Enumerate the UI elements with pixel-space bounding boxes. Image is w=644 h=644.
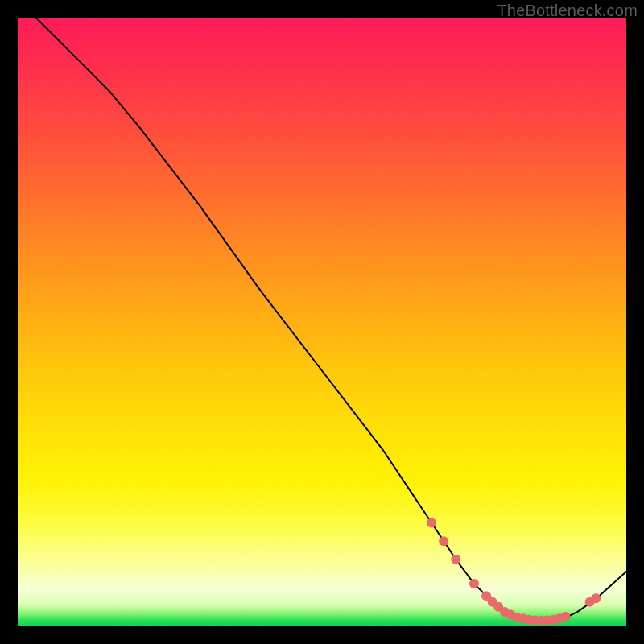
- highlight-dot: [591, 593, 601, 603]
- highlight-dot: [427, 518, 436, 528]
- stage: TheBottleneck.com: [0, 0, 644, 644]
- highlight-dots-group: [427, 518, 601, 625]
- curve-line: [36, 18, 626, 621]
- highlight-dot: [451, 555, 460, 564]
- watermark-text: TheBottleneck.com: [497, 2, 638, 20]
- highlight-dot: [439, 536, 448, 546]
- highlight-dot: [560, 612, 570, 621]
- chart-svg: [18, 18, 626, 626]
- gradient-panel: [18, 18, 626, 626]
- highlight-dot: [469, 579, 479, 588]
